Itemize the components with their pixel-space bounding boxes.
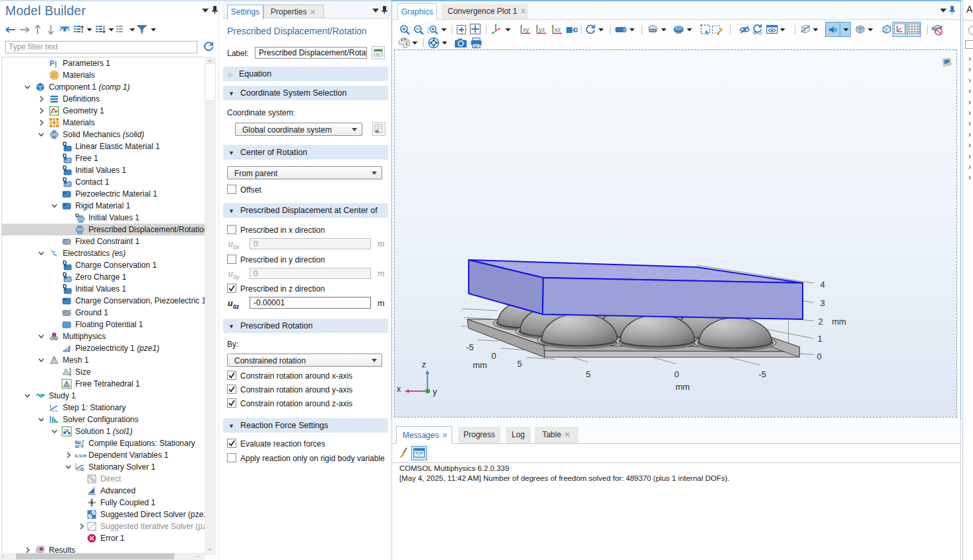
svg-text:-5: -5 xyxy=(466,342,474,352)
svg-text:xz: xz xyxy=(554,26,561,33)
svg-text:0: 0 xyxy=(674,369,679,379)
svg-text:mm: mm xyxy=(473,360,487,370)
svg-text:5: 5 xyxy=(586,369,590,379)
svg-text:1: 1 xyxy=(817,334,822,344)
svg-text:4: 4 xyxy=(820,280,824,290)
svg-text:P: P xyxy=(50,59,54,67)
svg-text:2: 2 xyxy=(818,317,822,327)
svg-text:x: x xyxy=(397,384,401,394)
svg-text:5: 5 xyxy=(517,359,521,369)
svg-text:yz: yz xyxy=(539,26,545,33)
svg-text:xy: xy xyxy=(523,26,529,33)
svg-text:0: 0 xyxy=(817,352,821,361)
svg-text:mm: mm xyxy=(675,382,690,392)
svg-text:,f: ,f xyxy=(81,439,84,445)
svg-text:-5: -5 xyxy=(758,369,766,379)
svg-text:at: at xyxy=(75,443,80,449)
svg-text:0: 0 xyxy=(491,351,496,361)
svg-text:y: y xyxy=(433,387,438,396)
svg-text:D: D xyxy=(75,212,79,218)
svg-text:mm: mm xyxy=(832,317,846,327)
svg-text:z: z xyxy=(422,359,426,369)
svg-text:u,v,w: u,v,w xyxy=(75,452,86,458)
svg-text:3: 3 xyxy=(820,298,824,308)
svg-text:i: i xyxy=(55,60,57,67)
